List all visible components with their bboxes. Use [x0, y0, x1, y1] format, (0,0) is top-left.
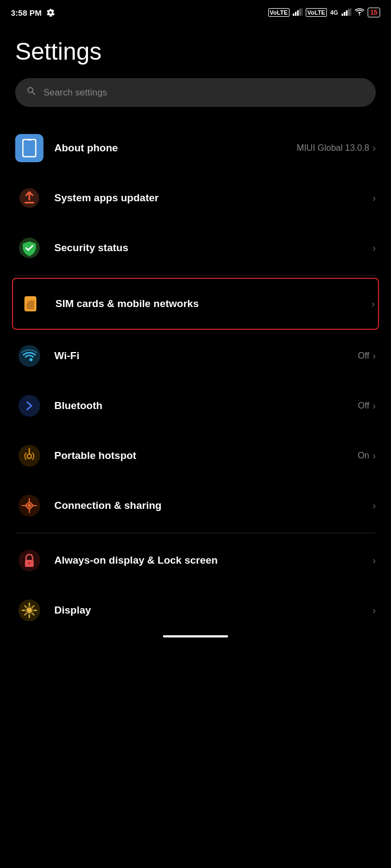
svg-rect-1 — [295, 12, 297, 16]
search-placeholder: Search settings — [43, 87, 107, 98]
connection-icon — [15, 492, 43, 520]
svg-point-19 — [18, 395, 40, 417]
settings-gear-icon — [46, 8, 55, 17]
sim-cards-icon — [16, 290, 45, 318]
svg-rect-2 — [297, 10, 299, 16]
home-indicator — [163, 635, 228, 637]
svg-point-34 — [27, 608, 32, 613]
system-apps-chevron: › — [373, 193, 376, 204]
divider-2 — [15, 533, 376, 533]
time-display: 3:58 PM — [11, 8, 42, 17]
bluetooth-right: Off › — [358, 400, 376, 412]
volte-indicator-2: VoLTE — [306, 8, 327, 17]
security-content: Security status › — [54, 242, 376, 254]
status-left: 3:58 PM — [11, 8, 55, 17]
lockscreen-label: Always-on display & Lock screen — [54, 554, 218, 567]
search-bar[interactable]: Search settings — [15, 78, 376, 107]
system-apps-right: › — [373, 193, 376, 204]
settings-main: Settings Search settings About phone MIU… — [0, 22, 391, 642]
wifi-status: Off — [358, 351, 369, 361]
hotspot-content: Portable hotspot On › — [54, 450, 376, 462]
about-phone-icon — [15, 134, 43, 162]
settings-item-security[interactable]: Security status › — [15, 223, 376, 273]
lockscreen-content: Always-on display & Lock screen › — [54, 554, 376, 567]
security-chevron: › — [373, 242, 376, 254]
divider-1 — [15, 275, 376, 276]
hotspot-label: Portable hotspot — [54, 450, 136, 462]
system-apps-icon — [15, 184, 43, 212]
hotspot-status: On — [358, 451, 369, 461]
hotspot-icon — [15, 442, 43, 470]
connection-content: Connection & sharing › — [54, 500, 376, 512]
display-right: › — [373, 605, 376, 616]
svg-rect-11 — [27, 139, 31, 141]
wifi-icon — [355, 8, 364, 17]
connection-chevron: › — [373, 500, 376, 512]
sim-cards-content: SIM cards & mobile networks › — [55, 298, 375, 310]
sim-cards-label: SIM cards & mobile networks — [55, 298, 199, 310]
bluetooth-icon — [15, 392, 43, 420]
bluetooth-status: Off — [358, 401, 369, 411]
sim-cards-right: › — [371, 298, 375, 310]
svg-rect-10 — [23, 139, 36, 157]
settings-item-wifi[interactable]: Wi-Fi Off › — [15, 331, 376, 381]
connection-right: › — [373, 500, 376, 512]
display-label: Display — [54, 604, 91, 616]
signal-bars-2 — [342, 8, 351, 17]
settings-item-about-phone[interactable]: About phone MIUI Global 13.0.8 › — [15, 123, 376, 173]
svg-rect-9 — [350, 8, 351, 16]
sim-cards-chevron: › — [371, 298, 375, 310]
about-phone-chevron: › — [373, 143, 376, 154]
wifi-content: Wi-Fi Off › — [54, 350, 376, 362]
svg-rect-13 — [24, 202, 34, 203]
svg-point-31 — [28, 562, 30, 564]
display-icon — [15, 596, 43, 624]
about-phone-right: MIUI Global 13.0.8 › — [297, 143, 376, 154]
search-icon — [26, 86, 37, 99]
settings-item-system-apps[interactable]: System apps updater › — [15, 173, 376, 223]
signal-bars-1 — [293, 8, 302, 17]
wifi-right: Off › — [358, 350, 376, 362]
svg-rect-7 — [346, 10, 348, 16]
svg-rect-8 — [348, 9, 350, 16]
system-apps-label: System apps updater — [54, 192, 159, 204]
lockscreen-right: › — [373, 555, 376, 566]
settings-item-display[interactable]: Display › — [15, 585, 376, 624]
connection-label: Connection & sharing — [54, 500, 161, 512]
4g-indicator: 4G — [330, 9, 338, 16]
display-content: Display › — [54, 604, 376, 616]
svg-rect-6 — [344, 12, 345, 16]
bluetooth-content: Bluetooth Off › — [54, 400, 376, 412]
battery-indicator: 15 — [368, 8, 380, 17]
bluetooth-chevron: › — [373, 400, 376, 412]
about-phone-content: About phone MIUI Global 13.0.8 › — [54, 142, 376, 154]
hotspot-right: On › — [358, 450, 376, 462]
hotspot-chevron: › — [373, 450, 376, 462]
security-icon — [15, 234, 43, 262]
svg-rect-3 — [299, 9, 301, 16]
wifi-label: Wi-Fi — [54, 350, 79, 362]
volte-indicator: VoLTE — [268, 8, 289, 17]
security-label: Security status — [54, 242, 128, 254]
about-phone-subtitle: MIUI Global 13.0.8 — [297, 143, 369, 153]
settings-item-bluetooth[interactable]: Bluetooth Off › — [15, 381, 376, 431]
settings-item-connection[interactable]: Connection & sharing › — [15, 481, 376, 531]
svg-rect-0 — [293, 14, 294, 16]
security-right: › — [373, 242, 376, 254]
svg-rect-5 — [342, 14, 343, 16]
settings-item-lockscreen[interactable]: Always-on display & Lock screen › — [15, 535, 376, 585]
settings-item-sim-cards[interactable]: SIM cards & mobile networks › — [12, 278, 379, 330]
bluetooth-label: Bluetooth — [54, 400, 103, 412]
status-right: VoLTE VoLTE 4G — [268, 8, 380, 17]
page-title: Settings — [15, 38, 376, 65]
svg-rect-4 — [301, 8, 302, 16]
about-phone-label: About phone — [54, 142, 118, 154]
status-bar: 3:58 PM VoLTE VoLTE 4G — [0, 0, 391, 22]
wifi-settings-icon — [15, 342, 43, 370]
system-apps-content: System apps updater › — [54, 192, 376, 204]
wifi-chevron: › — [373, 350, 376, 362]
settings-item-hotspot[interactable]: Portable hotspot On › — [15, 431, 376, 481]
lockscreen-chevron: › — [373, 555, 376, 566]
display-chevron: › — [373, 605, 376, 616]
lockscreen-icon — [15, 546, 43, 575]
